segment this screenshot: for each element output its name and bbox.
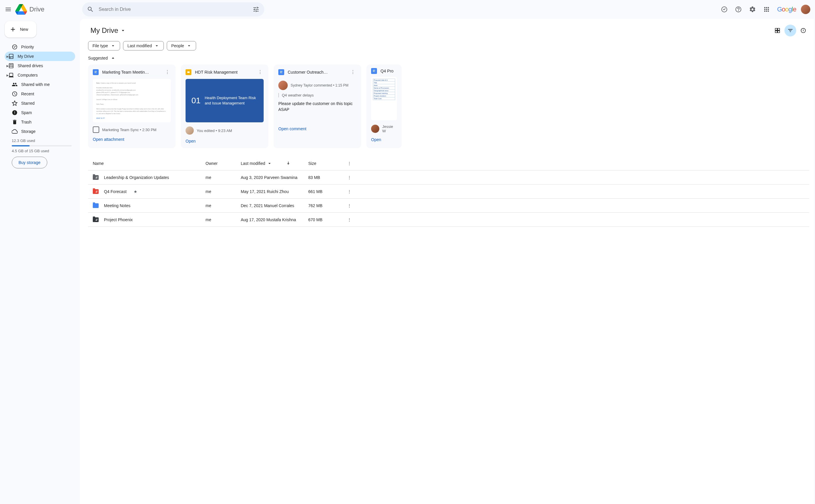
header-left: Drive (2, 4, 82, 15)
details-button[interactable] (797, 25, 809, 36)
ready-offline-button[interactable] (718, 4, 730, 15)
svg-rect-3 (187, 71, 190, 73)
expand-icon[interactable]: ▶ (6, 55, 9, 58)
app-name: Drive (29, 6, 44, 13)
main-menu-button[interactable] (2, 4, 14, 15)
user-avatar-icon (185, 126, 194, 135)
card-action-button[interactable]: Open (371, 137, 397, 142)
user-avatar-icon (371, 125, 379, 133)
card-action-button[interactable]: Open attachment (93, 137, 171, 142)
new-button-label: New (20, 27, 28, 32)
card-menu-button[interactable]: ⋮ (349, 68, 356, 76)
table-body: Leadership & Organization UpdatesmeAug 3… (88, 170, 809, 227)
nav-priority[interactable]: Priority (5, 42, 75, 52)
nav-shared-with-me[interactable]: Shared with me (5, 80, 75, 89)
row-menu-button[interactable]: ⋮ (344, 203, 355, 208)
breadcrumb-title: My Drive (90, 26, 118, 35)
card-thumbnail: Proposal date & tiTitleAreaName of Promo… (371, 77, 397, 120)
grid-view-button[interactable] (772, 25, 783, 36)
docs-icon (371, 68, 377, 74)
file-size: 83 MB (308, 175, 344, 180)
search-bar[interactable] (82, 2, 264, 16)
nav-recent[interactable]: Recent (5, 89, 75, 99)
drive-icon (8, 53, 14, 59)
suggested-card[interactable]: Marketing Team Meetin… ⋮ Note: Create a … (88, 65, 175, 148)
col-header-menu[interactable]: ⋮ (344, 161, 355, 166)
row-menu-button[interactable]: ⋮ (344, 217, 355, 222)
card-menu-button[interactable]: ⋮ (257, 68, 264, 76)
file-modified: Aug 3, 2020 Parveen Swamina (241, 175, 308, 180)
nav-starred[interactable]: Starred (5, 99, 75, 108)
nav-storage[interactable]: Storage (5, 127, 75, 136)
tune-icon (253, 6, 260, 13)
card-footer: Marketing Team Sync • 2:30 PM (93, 126, 171, 133)
table-row[interactable]: Project PhoenixmeAug 17, 2020 Mustafa Kr… (88, 213, 809, 227)
suggested-card[interactable]: Customer Outreach… ⋮ Sydney Taylor comme… (274, 65, 361, 148)
comment-body: Sydney Taylor commented • 1:15 PM Q4 wea… (278, 79, 356, 122)
search-options-button[interactable] (250, 4, 262, 15)
expand-icon[interactable]: ▶ (6, 64, 9, 67)
card-title: Marketing Team Meetin… (102, 70, 160, 75)
suggested-header[interactable]: Suggested (88, 55, 809, 61)
table-row[interactable]: Leadership & Organization UpdatesmeAug 3… (88, 170, 809, 185)
suggested-card[interactable]: Q4 Pro Proposal date & tiTitleAreaName o… (366, 65, 402, 148)
nav-shared-drives[interactable]: ▶Shared drives (5, 61, 75, 70)
col-header-size[interactable]: Size (308, 161, 344, 166)
hamburger-icon (5, 6, 12, 13)
row-menu-button[interactable]: ⋮ (344, 175, 355, 180)
trash-icon (12, 119, 18, 125)
table-row[interactable]: Q4 Forecast★meMay 17, 2021 Ruichi Zhou66… (88, 185, 809, 199)
support-button[interactable] (733, 4, 744, 15)
nav-trash[interactable]: Trash (5, 117, 75, 127)
shared-icon (95, 175, 99, 180)
sort-arrow-icon[interactable] (286, 161, 291, 166)
apps-grid-icon (763, 6, 770, 13)
chip-last-modified[interactable]: Last modified (123, 41, 164, 50)
svg-point-2 (11, 64, 12, 65)
account-avatar[interactable] (801, 5, 810, 14)
card-footer: You edited • 9:23 AM (185, 126, 264, 135)
sidebar: New Priority ▶My Drive ▶Shared drives ▶C… (0, 19, 80, 504)
table-header: Name Owner Last modified Size ⋮ (88, 156, 809, 170)
help-icon (735, 6, 742, 13)
nav-computers[interactable]: ▶Computers (5, 70, 75, 80)
card-thumbnail: Note: Create a copy of this doc to prepa… (93, 79, 171, 122)
card-title: Customer Outreach… (288, 70, 346, 75)
nav-spam[interactable]: Spam (5, 108, 75, 117)
filter-chips: File type Last modified People (88, 41, 809, 50)
storage-section: 12.3 GB used 4.5 GB of 15 GB used Buy st… (5, 138, 75, 168)
main-content: My Drive File type Last modified People … (80, 19, 814, 504)
card-menu-button[interactable]: ⋮ (164, 68, 171, 76)
search-input[interactable] (96, 7, 250, 12)
drive-logo[interactable]: Drive (15, 4, 44, 15)
google-account-logo[interactable]: Google (775, 4, 799, 14)
file-name: Leadership & Organization Updates (104, 175, 169, 180)
filter-button[interactable] (784, 25, 796, 36)
card-action-button[interactable]: Open (185, 139, 264, 143)
col-header-owner[interactable]: Owner (206, 161, 241, 166)
expand-icon[interactable]: ▶ (6, 74, 9, 77)
table-row[interactable]: Meeting NotesmeDec 7, 2021 Manuel Corral… (88, 199, 809, 213)
file-modified: May 17, 2021 Ruichi Zhou (241, 189, 308, 194)
shared-icon (95, 190, 99, 194)
storage-progress (12, 145, 72, 146)
row-menu-button[interactable]: ⋮ (344, 189, 355, 194)
col-header-modified[interactable]: Last modified (241, 161, 308, 166)
file-owner: me (206, 203, 241, 208)
search-button[interactable] (84, 4, 96, 15)
card-action-button[interactable]: Open comment (278, 126, 356, 131)
breadcrumb[interactable]: My Drive (88, 25, 128, 36)
chip-file-type[interactable]: File type (88, 41, 120, 50)
nav-my-drive[interactable]: ▶My Drive (5, 52, 75, 61)
star-icon (12, 100, 18, 106)
new-button[interactable]: New (5, 21, 36, 38)
col-header-name[interactable]: Name (88, 161, 206, 166)
comment-quote: Q4 weather delays (278, 93, 356, 97)
grid-icon (775, 28, 780, 33)
settings-button[interactable] (747, 4, 758, 15)
suggested-card[interactable]: HDT Risk Management ⋮ 01 Health Deployme… (181, 65, 268, 148)
buy-storage-button[interactable]: Buy storage (12, 157, 47, 168)
chip-people[interactable]: People (167, 41, 196, 50)
apps-button[interactable] (761, 4, 772, 15)
card-footer: Jessie W (371, 124, 397, 133)
